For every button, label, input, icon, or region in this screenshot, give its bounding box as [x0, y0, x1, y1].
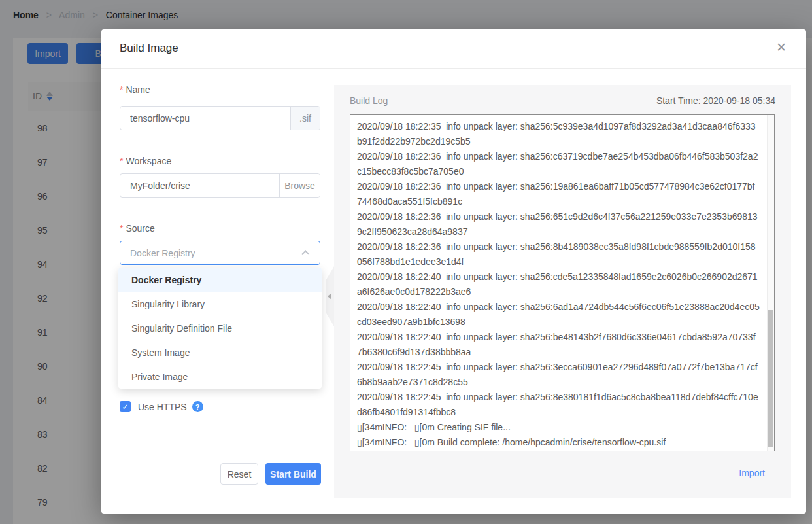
caret-left-icon	[328, 293, 331, 300]
modal-title: Build Image	[120, 42, 178, 55]
log-import-link[interactable]: Import	[739, 468, 765, 478]
log-line: 2020/09/18 18:22:36 info unpack layer: s…	[357, 149, 760, 179]
app-root: Home > Admin > Container Images Import B…	[0, 0, 812, 524]
log-line: 2020/09/18 18:22:40 info unpack layer: s…	[357, 270, 760, 300]
source-label-text: Source	[126, 223, 154, 234]
source-select-value: Docker Registry	[130, 248, 304, 258]
source-select[interactable]: Docker Registry	[120, 241, 320, 265]
reset-button[interactable]: Reset	[220, 463, 258, 485]
use-https-label[interactable]: Use HTTPS	[138, 402, 187, 412]
log-line: 2020/09/18 18:22:40 info unpack layer: s…	[357, 300, 760, 330]
log-scrollbar[interactable]	[767, 115, 774, 451]
name-label-text: Name	[126, 84, 150, 95]
log-line: ▯[34mINFO: ▯[0m Creating SIF file...	[357, 420, 760, 435]
build-image-modal: Build Image ✕ *Name .sif *Workspace Brow…	[101, 29, 806, 514]
log-line: 2020/09/18 18:22:45 info unpack layer: s…	[357, 360, 760, 390]
required-mark: *	[120, 156, 123, 166]
source-dropdown: Docker RegistrySingularity LibrarySingul…	[118, 268, 322, 389]
log-line: 2020/09/18 18:22:40 info unpack layer: s…	[357, 330, 760, 360]
log-line: ▯[34mINFO: ▯[0m Build complete: /home/hp…	[357, 435, 760, 450]
help-icon[interactable]: ?	[192, 401, 203, 412]
modal-header: Build Image ✕	[101, 29, 806, 69]
workspace-input[interactable]	[120, 174, 279, 197]
source-option[interactable]: System Image	[118, 340, 322, 364]
build-log-title: Build Log	[350, 96, 388, 106]
name-input-group: .sif	[120, 106, 320, 130]
use-https-row: ✓ Use HTTPS ?	[120, 401, 203, 412]
source-option[interactable]: Docker Registry	[118, 268, 322, 292]
log-line: 2020/09/18 18:22:45 info unpack layer: s…	[357, 390, 760, 420]
source-option[interactable]: Private Image	[118, 364, 322, 389]
start-time-label: Start Time: 2020-09-18 05:34	[656, 96, 775, 106]
name-label: *Name	[120, 84, 150, 95]
source-option[interactable]: Singularity Library	[118, 292, 322, 316]
required-mark: *	[120, 84, 123, 95]
log-line: 2020/09/18 18:22:36 info unpack layer: s…	[357, 209, 760, 239]
use-https-checkbox[interactable]: ✓	[120, 401, 131, 412]
source-option[interactable]: Singularity Definition File	[118, 316, 322, 340]
workspace-input-group: Browse	[120, 173, 320, 198]
close-icon[interactable]: ✕	[776, 41, 787, 54]
workspace-label-text: Workspace	[126, 156, 171, 166]
start-build-button[interactable]: Start Build	[265, 463, 321, 485]
build-log-panel: Build Log Start Time: 2020-09-18 05:34 2…	[334, 85, 791, 498]
collapse-panel-handle[interactable]	[326, 266, 334, 326]
name-input[interactable]	[120, 107, 290, 130]
log-line: 2020/09/18 18:22:36 info unpack layer: s…	[357, 239, 760, 270]
sif-suffix: .sif	[290, 107, 320, 130]
required-mark: *	[120, 223, 123, 234]
log-scrollbar-thumb[interactable]	[768, 310, 773, 447]
workspace-label: *Workspace	[120, 156, 171, 166]
log-line: 2020/09/18 18:22:36 info unpack layer: s…	[357, 179, 760, 209]
log-output-box[interactable]: 2020/09/18 18:22:35 info unpack layer: s…	[350, 114, 775, 451]
source-label: *Source	[120, 223, 155, 234]
log-line: 2020/09/18 18:22:35 info unpack layer: s…	[357, 119, 760, 149]
log-lines: 2020/09/18 18:22:35 info unpack layer: s…	[357, 119, 760, 450]
browse-button[interactable]: Browse	[279, 174, 320, 197]
